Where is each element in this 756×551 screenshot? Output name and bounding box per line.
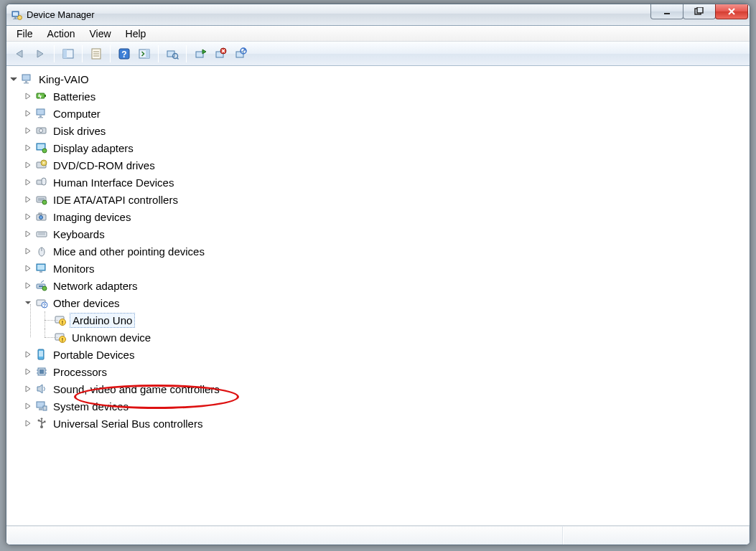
tree-item-label: Monitors xyxy=(51,262,97,276)
tree-item-disk-drives[interactable]: Disk drives xyxy=(24,122,750,139)
tree-item-monitors[interactable]: Monitors xyxy=(24,260,750,277)
unknown-device-icon: ! xyxy=(54,314,67,326)
tree-item-hid[interactable]: Human Interface Devices xyxy=(24,174,750,191)
tree-item-usb[interactable]: Universal Serial Bus controllers xyxy=(24,415,750,432)
tree-item-network[interactable]: Network adapters xyxy=(24,277,750,294)
controller-icon xyxy=(35,193,48,206)
expand-icon[interactable] xyxy=(24,281,32,290)
help-button[interactable]: ? xyxy=(115,44,134,63)
menu-action[interactable]: Action xyxy=(40,27,83,41)
expand-icon[interactable] xyxy=(24,126,32,135)
expand-icon[interactable] xyxy=(24,143,32,152)
expand-icon[interactable] xyxy=(24,161,32,169)
disk-icon xyxy=(35,124,48,137)
svg-point-25 xyxy=(241,48,246,54)
menu-view[interactable]: View xyxy=(82,27,118,41)
expand-icon[interactable] xyxy=(24,385,32,393)
keyboard-icon xyxy=(35,227,48,240)
tree-item-imaging[interactable]: Imaging devices xyxy=(24,208,750,225)
tree-item-label: System devices xyxy=(51,400,131,413)
back-button[interactable] xyxy=(11,44,29,63)
expand-icon[interactable] xyxy=(24,195,32,204)
tree-item-system-devices[interactable]: System devices xyxy=(24,397,750,415)
usb-icon xyxy=(35,417,48,430)
svg-point-35 xyxy=(39,129,43,133)
toolbar-separator xyxy=(186,45,187,62)
expand-icon[interactable] xyxy=(24,402,32,410)
unknown-device-icon: ! xyxy=(54,331,67,344)
svg-text:?: ? xyxy=(43,303,46,308)
tree-item-display-adapters[interactable]: Display adapters xyxy=(24,139,750,156)
svg-rect-22 xyxy=(216,52,223,57)
menubar: File Action View Help xyxy=(6,26,750,42)
expand-icon[interactable] xyxy=(24,92,32,100)
expand-icon[interactable] xyxy=(24,178,32,187)
svg-point-4 xyxy=(18,15,22,19)
system-device-icon xyxy=(35,400,48,413)
tree-item-dvd[interactable]: DVD/CD-ROM drives xyxy=(24,156,750,174)
expand-icon[interactable] xyxy=(24,109,32,118)
expand-icon[interactable] xyxy=(24,264,32,273)
expand-icon[interactable] xyxy=(24,419,32,428)
tree-item-keyboards[interactable]: Keyboards xyxy=(24,225,750,242)
expand-icon[interactable] xyxy=(24,230,32,238)
svg-text:!: ! xyxy=(62,337,63,342)
svg-rect-30 xyxy=(45,95,46,97)
update-driver-button[interactable] xyxy=(191,44,210,63)
show-hide-tree-button[interactable] xyxy=(59,44,78,63)
svg-rect-3 xyxy=(13,19,18,19)
tree-item-mice[interactable]: Mice and other pointing devices xyxy=(24,242,750,260)
forward-button[interactable] xyxy=(31,44,50,63)
action-pane-button[interactable] xyxy=(135,44,154,63)
close-button[interactable] xyxy=(715,4,748,19)
tree-item-label: Imaging devices xyxy=(51,210,133,224)
tree-item-processors[interactable]: Processors xyxy=(24,363,750,380)
svg-rect-8 xyxy=(63,50,73,58)
other-devices-icon: ? xyxy=(35,296,48,309)
tree-item-other-devices[interactable]: ? Other devices xyxy=(24,294,750,311)
camera-icon xyxy=(35,210,48,223)
monitor-icon xyxy=(35,262,48,275)
svg-rect-9 xyxy=(63,50,67,58)
tree-item-computer[interactable]: Computer xyxy=(24,105,750,122)
toolbar: ? xyxy=(6,42,750,66)
svg-point-19 xyxy=(173,53,178,58)
menu-file[interactable]: File xyxy=(9,27,40,41)
tree-item-label: IDE ATA/ATAPI controllers xyxy=(51,193,180,207)
network-icon xyxy=(35,279,48,292)
tree-item-portable-devices[interactable]: Portable Devices xyxy=(24,346,750,363)
tree-item-arduino-uno[interactable]: ! Arduino Uno xyxy=(38,311,750,329)
uninstall-button[interactable] xyxy=(211,44,230,63)
tree-item-batteries[interactable]: Batteries xyxy=(24,88,750,105)
tree-item-ide[interactable]: IDE ATA/ATAPI controllers xyxy=(24,191,750,208)
display-adapter-icon xyxy=(35,141,48,154)
svg-point-41 xyxy=(43,162,45,164)
svg-rect-31 xyxy=(37,109,45,115)
scan-hardware-button[interactable] xyxy=(163,44,182,63)
properties-button[interactable] xyxy=(87,44,106,63)
svg-text:!: ! xyxy=(62,320,63,325)
tree-item-label: Display adapters xyxy=(51,141,136,155)
maximize-button[interactable] xyxy=(683,4,716,19)
battery-icon xyxy=(35,90,48,103)
tree-item-sound[interactable]: Sound, video and game controllers xyxy=(24,380,750,397)
menu-help[interactable]: Help xyxy=(118,27,154,41)
collapse-icon[interactable] xyxy=(9,75,18,83)
device-tree-pane[interactable]: King-VAIO Batteries Computer xyxy=(6,66,750,526)
expand-icon[interactable] xyxy=(24,212,32,221)
minimize-button[interactable] xyxy=(650,4,683,19)
collapse-icon[interactable] xyxy=(24,298,32,307)
expand-icon[interactable] xyxy=(24,350,32,359)
svg-point-46 xyxy=(42,200,47,204)
tree-root[interactable]: King-VAIO xyxy=(9,70,750,88)
svg-rect-71 xyxy=(39,351,43,357)
tree-item-unknown-device[interactable]: ! Unknown device xyxy=(38,329,750,346)
titlebar: Device Manager xyxy=(6,4,750,26)
expand-icon[interactable] xyxy=(24,367,32,376)
svg-text:?: ? xyxy=(121,50,126,60)
svg-rect-49 xyxy=(39,213,42,215)
disable-button[interactable] xyxy=(231,44,250,63)
svg-point-48 xyxy=(39,216,43,220)
expand-icon[interactable] xyxy=(24,247,32,255)
svg-rect-7 xyxy=(697,7,703,13)
